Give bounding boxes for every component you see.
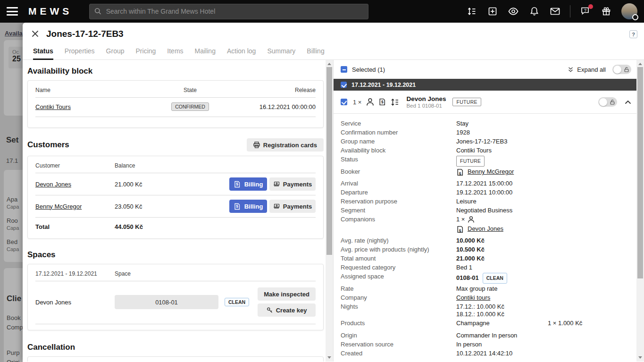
tab-status[interactable]: Status (33, 47, 53, 59)
customers-card: Customer Balance Devon Jones 21.000 Kč $ (27, 156, 324, 239)
guest-name: Devon Jones (406, 95, 446, 102)
customer-balance: 21.000 Kč (115, 181, 229, 188)
tab-pricing[interactable]: Pricing (136, 47, 156, 59)
watch-eye-icon[interactable] (508, 6, 519, 17)
help-chat-icon[interactable]: ? (580, 6, 591, 17)
future-badge: FUTURE (456, 156, 485, 166)
customer-link[interactable]: Benny McGregor (35, 203, 82, 210)
background-availability-link: Availab (5, 30, 23, 37)
customers-total-row: Total 44.050 Kč (35, 218, 316, 236)
price-tag-icon: $ (378, 98, 386, 106)
price-tag-icon: $ (456, 225, 464, 234)
product-name: Champagne (456, 320, 548, 327)
expand-all-label[interactable]: Expand all (577, 66, 606, 73)
availability-block-heading: Availability block (27, 67, 324, 76)
line-spacing-icon[interactable] (466, 6, 477, 17)
release-date: 16.12.2021 00:00:00 (232, 103, 316, 110)
key-icon (267, 307, 273, 313)
help-button[interactable]: ? (629, 30, 637, 38)
spaces-card: 17.12.2021 - 19.12.2021 Space Devon Jone… (27, 264, 324, 330)
add-icon[interactable] (487, 6, 498, 17)
reservations-right-pane: Selected (1) Expand all 17.12.2021 - 19.… (333, 60, 637, 362)
payments-icon (273, 181, 280, 187)
group-header-bar: 17.12.2021 - 19.12.2021 (334, 79, 637, 91)
modal-backdrop[interactable]: Availab Oc 25 Set 17.1 Apa Capa Roo Capa… (0, 23, 23, 362)
background-set-heading: Set (6, 135, 18, 145)
customers-heading: Customers (27, 140, 69, 150)
tab-group[interactable]: Group (106, 47, 125, 59)
detail-value: Negotiated Business (456, 207, 512, 214)
top-navbar: MEWS ? (0, 0, 644, 23)
right-scrollbar[interactable] (636, 60, 644, 362)
lock-toggle[interactable] (612, 65, 631, 74)
background-set-date: 17.1 (6, 157, 18, 164)
tab-billing[interactable]: Billing (307, 47, 324, 59)
price-tag-icon: $ (456, 168, 464, 177)
group-date-range: 17.12.2021 - 19.12.2021 (351, 82, 416, 88)
user-avatar[interactable] (621, 3, 637, 19)
spaces-table-header: 17.12.2021 - 19.12.2021 Space (35, 264, 316, 281)
availability-table-header: Name State Release (35, 81, 316, 98)
billing-button[interactable]: $ Billing (229, 200, 267, 213)
search-icon (94, 8, 101, 15)
printer-icon (253, 142, 260, 148)
space-select[interactable]: 0108-01 (115, 295, 218, 309)
customers-table-header: Customer Balance (35, 156, 316, 173)
price-tag-icon: $ (234, 180, 241, 188)
selection-toolbar: Selected (1) Expand all (334, 60, 637, 79)
background-date-chip: Oc 25 (8, 47, 23, 68)
tab-action-log[interactable]: Action log (227, 47, 256, 59)
create-key-button[interactable]: Create key (258, 303, 316, 317)
payments-icon (273, 203, 280, 210)
registration-cards-button[interactable]: Registration cards (247, 138, 324, 152)
company-link[interactable]: Contiki tours (456, 294, 490, 302)
reservation-summary-row[interactable]: 1 × $ Devon Jones Bed 1 0108-01 (334, 91, 637, 114)
detail-value: Bed 1 (456, 264, 472, 271)
booker-link[interactable]: Benny McGregor (468, 168, 514, 176)
group-checkbox[interactable] (341, 82, 347, 88)
customer-balance: 23.050 Kč (115, 203, 229, 210)
background-client-card: Clie Book Comp Purp Origi (4, 268, 23, 362)
detail-value: 19.12.2021 10:00:00 (456, 189, 512, 196)
make-inspected-button[interactable]: Make inspected (258, 287, 316, 301)
availability-block-link[interactable]: Contiki Tours (35, 103, 71, 110)
payments-button[interactable]: Payments (269, 200, 316, 213)
close-icon[interactable] (30, 29, 40, 39)
expand-all-icon[interactable] (568, 67, 574, 73)
navbar-icons: ? (466, 3, 644, 19)
gift-icon[interactable] (601, 6, 612, 17)
companion-link[interactable]: Devon Jones (468, 225, 503, 233)
messages-envelope-icon[interactable] (549, 6, 560, 17)
menu-icon[interactable] (7, 7, 18, 16)
collapse-chevron-icon[interactable] (625, 100, 631, 104)
customer-link[interactable]: Devon Jones (35, 181, 71, 188)
select-all-checkbox[interactable] (341, 66, 347, 73)
notifications-bell-icon[interactable] (528, 6, 540, 17)
notification-dot (588, 4, 593, 9)
tab-properties[interactable]: Properties (65, 47, 95, 59)
payments-button[interactable]: Payments (269, 177, 316, 191)
global-search[interactable] (89, 4, 368, 19)
reservation-checkbox[interactable] (341, 99, 347, 105)
product-amount: 1 × 1.000 Kč (548, 320, 582, 327)
detail-value: In person (456, 341, 482, 348)
total-balance: 44.050 Kč (115, 223, 316, 230)
reservation-detail-modal: Jones-17-12-7EB3 ? Status Properties Gro… (23, 23, 644, 362)
tab-items[interactable]: Items (167, 47, 183, 59)
tab-summary[interactable]: Summary (267, 47, 295, 59)
guest-name-block: Devon Jones Bed 1 0108-01 (406, 95, 446, 109)
billing-button[interactable]: $ Billing (229, 177, 267, 191)
confirmed-badge: CONFIRMED (171, 102, 209, 111)
person-icon (366, 98, 374, 106)
navbar-divider (570, 5, 570, 17)
search-input[interactable] (106, 8, 364, 15)
left-scrollbar[interactable] (326, 60, 333, 362)
mews-logo[interactable]: MEWS (28, 6, 72, 17)
tab-mailing[interactable]: Mailing (195, 47, 216, 59)
detail-value: 10.12.2021 14:42:10 (456, 350, 512, 357)
detail-value: 21.000 Kč (456, 255, 485, 262)
lock-toggle[interactable] (598, 97, 617, 107)
lock-icon (624, 67, 629, 72)
svg-text:?: ? (584, 8, 586, 13)
tab-bar: Status Properties Group Pricing Items Ma… (23, 45, 644, 60)
